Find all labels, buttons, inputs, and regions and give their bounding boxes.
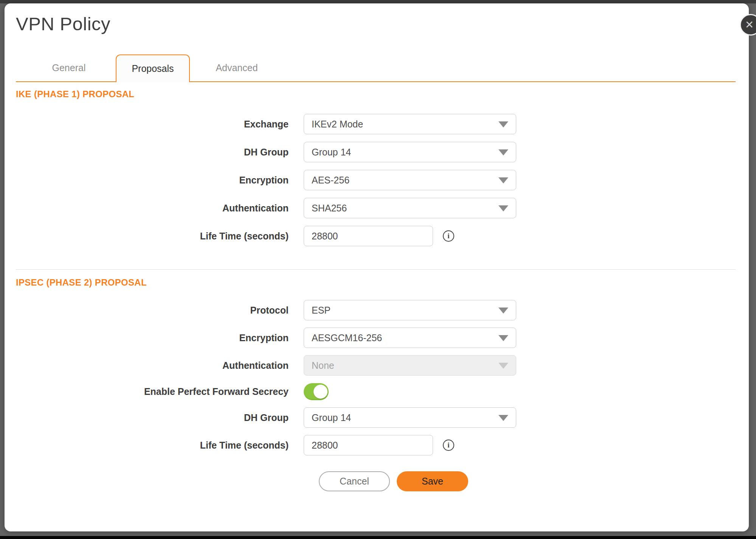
form-row: Encryption AES-256 <box>16 170 736 190</box>
form-row: DH Group Group 14 <box>16 142 736 162</box>
field-label: Protocol <box>16 305 304 316</box>
field-label: DH Group <box>16 147 304 158</box>
select-value: Group 14 <box>312 147 351 158</box>
ipsec-phase2-heading: IPSEC (PHASE 2) PROPOSAL <box>16 277 736 288</box>
info-glyph: i <box>447 232 449 240</box>
toggle-knob <box>314 385 328 399</box>
p2-authentication-select-disabled: None <box>304 355 516 376</box>
select-value: None <box>312 360 334 371</box>
form-row: Exchange IKEv2 Mode <box>16 114 736 134</box>
chevron-down-icon <box>498 177 508 183</box>
ike-phase1-heading: IKE (PHASE 1) PROPOSAL <box>16 89 736 99</box>
select-value: SHA256 <box>312 203 347 214</box>
exchange-select[interactable]: IKEv2 Mode <box>304 114 516 134</box>
select-value: Group 14 <box>312 412 351 423</box>
vpn-policy-dialog: VPN Policy General Proposals Advanced IK… <box>5 3 749 531</box>
info-icon[interactable]: i <box>443 230 454 242</box>
section-divider <box>16 269 736 270</box>
phase1-rows: Exchange IKEv2 Mode DH Group Group 14 En… <box>16 114 736 246</box>
protocol-select[interactable]: ESP <box>304 300 516 320</box>
authentication-select[interactable]: SHA256 <box>304 198 516 218</box>
form-row: Life Time (seconds) i <box>16 226 736 246</box>
chevron-down-icon <box>498 363 508 369</box>
chevron-down-icon <box>498 149 508 155</box>
field-label: Authentication <box>16 203 304 214</box>
chevron-down-icon <box>498 308 508 314</box>
screen: VPN Policy General Proposals Advanced IK… <box>0 0 756 539</box>
info-glyph: i <box>447 441 449 449</box>
form-row: Enable Perfect Forward Secrecy <box>16 383 736 400</box>
background-bottom-strip <box>0 536 756 539</box>
info-icon[interactable]: i <box>443 440 454 451</box>
chevron-down-icon <box>498 205 508 211</box>
form-row: DH Group Group 14 <box>16 407 736 428</box>
tab-bar: General Proposals Advanced <box>16 54 736 82</box>
chevron-down-icon <box>498 335 508 341</box>
tab-proposals[interactable]: Proposals <box>116 54 190 82</box>
chevron-down-icon <box>498 121 508 127</box>
save-button[interactable]: Save <box>397 471 468 491</box>
pfs-toggle[interactable] <box>304 383 329 400</box>
cancel-button[interactable]: Cancel <box>319 471 390 491</box>
field-label: Life Time (seconds) <box>16 440 304 451</box>
chevron-down-icon <box>498 415 508 421</box>
select-value: AES-256 <box>312 175 349 186</box>
form-row: Encryption AESGCM16-256 <box>16 328 736 348</box>
field-label: Life Time (seconds) <box>16 231 304 242</box>
close-icon: ✕ <box>745 20 754 30</box>
encryption-select[interactable]: AES-256 <box>304 170 516 190</box>
life-time-input[interactable] <box>304 226 433 246</box>
p2-encryption-select[interactable]: AESGCM16-256 <box>304 328 516 348</box>
form-row: Authentication None <box>16 355 736 376</box>
background-top-strip <box>0 0 756 3</box>
field-label: Enable Perfect Forward Secrecy <box>16 386 304 397</box>
dh-group-select[interactable]: Group 14 <box>304 142 516 162</box>
form-row: Life Time (seconds) i <box>16 435 736 455</box>
dialog-footer: Cancel Save <box>16 471 736 491</box>
select-value: ESP <box>312 305 331 316</box>
p2-life-time-input[interactable] <box>304 435 433 455</box>
select-value: IKEv2 Mode <box>312 119 363 130</box>
field-label: DH Group <box>16 412 304 423</box>
page-title: VPN Policy <box>16 13 736 34</box>
field-label: Encryption <box>16 332 304 343</box>
p2-dh-group-select[interactable]: Group 14 <box>304 407 516 428</box>
field-label: Encryption <box>16 175 304 186</box>
field-label: Exchange <box>16 119 304 130</box>
form-row: Authentication SHA256 <box>16 198 736 218</box>
select-value: AESGCM16-256 <box>312 332 382 343</box>
tab-general[interactable]: General <box>32 54 106 81</box>
phase2-rows: Protocol ESP Encryption AESGCM16-256 Aut… <box>16 300 736 455</box>
tab-advanced[interactable]: Advanced <box>200 54 274 81</box>
form-row: Protocol ESP <box>16 300 736 320</box>
field-label: Authentication <box>16 360 304 371</box>
